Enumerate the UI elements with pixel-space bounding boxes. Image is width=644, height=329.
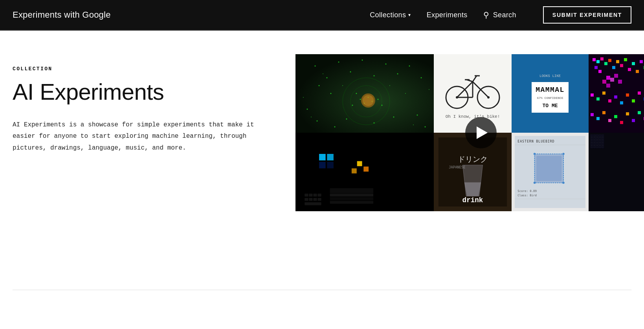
svg-point-34 <box>389 85 390 86</box>
looks-like-text: LOOKS LIKE <box>539 74 561 78</box>
svg-point-32 <box>323 73 323 74</box>
svg-rect-56 <box>604 62 607 65</box>
svg-point-13 <box>330 93 332 94</box>
pixels-container <box>589 54 644 133</box>
mammal-container: LOOKS LIKE MAMMAL 67% CONFIDENCE TO ME <box>512 54 589 133</box>
svg-rect-116 <box>305 194 308 196</box>
navbar: Experiments with Google Collections ▾ Ex… <box>0 0 644 31</box>
svg-point-12 <box>319 85 320 86</box>
svg-point-29 <box>352 105 353 106</box>
svg-rect-98 <box>606 76 610 80</box>
svg-point-10 <box>409 66 410 67</box>
svg-rect-55 <box>600 57 604 60</box>
svg-rect-113 <box>330 194 373 196</box>
svg-point-31 <box>363 95 374 106</box>
svg-point-5 <box>350 71 351 73</box>
svg-rect-120 <box>305 198 308 201</box>
svg-rect-117 <box>309 194 312 196</box>
svg-point-136 <box>534 182 536 184</box>
svg-rect-106 <box>327 154 334 161</box>
svg-point-36 <box>429 89 429 90</box>
svg-rect-92 <box>632 119 635 122</box>
svg-point-21 <box>425 126 426 128</box>
bicycle-caption: Oh I know, it's bike! <box>446 114 500 119</box>
nav-search-area[interactable]: ⚲ Search <box>483 10 516 20</box>
svg-point-33 <box>342 85 343 86</box>
nav-experiments-link[interactable]: Experiments <box>427 11 468 19</box>
svg-line-44 <box>457 82 473 97</box>
hero-section: COLLECTION AI Experiments AI Experiments… <box>0 31 644 290</box>
svg-point-27 <box>378 99 379 100</box>
svg-rect-57 <box>608 59 611 62</box>
hero-media: Oh I know, it's bike! LOOKS LIKE MAMMAL … <box>295 54 644 211</box>
collection-label: COLLECTION <box>13 66 272 72</box>
nav-search-label: Search <box>493 11 516 19</box>
svg-point-38 <box>311 117 312 117</box>
video-play-button[interactable] <box>465 117 497 148</box>
bluebird-container: EASTERN BLUEBIRD Score: 0.89 Clas <box>512 133 589 211</box>
svg-point-8 <box>385 64 387 65</box>
svg-rect-74 <box>596 97 600 101</box>
svg-point-9 <box>397 73 398 75</box>
svg-rect-59 <box>598 70 602 73</box>
grid-cell-pixels <box>589 54 644 133</box>
svg-text:JAPANESE: JAPANESE <box>449 165 465 169</box>
svg-rect-80 <box>632 99 635 102</box>
svg-rect-132 <box>536 156 561 181</box>
svg-rect-54 <box>596 60 600 63</box>
svg-point-4 <box>338 62 339 63</box>
svg-rect-121 <box>309 198 312 201</box>
particle-background <box>295 54 434 133</box>
svg-rect-123 <box>317 198 321 201</box>
submit-experiment-button[interactable]: SUBMIT EXPERIMENT <box>543 6 631 24</box>
svg-point-18 <box>374 122 375 124</box>
svg-point-28 <box>382 105 383 106</box>
nav-collections-link[interactable]: Collections ▾ <box>370 11 411 19</box>
svg-point-16 <box>334 126 336 128</box>
particles-svg <box>295 54 434 133</box>
svg-point-3 <box>327 77 328 79</box>
svg-rect-115 <box>330 201 373 204</box>
play-icon <box>477 126 488 139</box>
svg-point-6 <box>362 60 363 61</box>
svg-text:Class: Bird: Class: Bird <box>517 194 537 197</box>
svg-rect-109 <box>357 161 362 166</box>
svg-point-17 <box>346 119 347 120</box>
to-me-label: TO ME <box>536 102 564 110</box>
svg-rect-89 <box>614 115 617 118</box>
svg-rect-88 <box>608 119 611 122</box>
svg-rect-61 <box>616 60 619 63</box>
svg-rect-79 <box>626 93 629 97</box>
svg-rect-77 <box>614 95 617 99</box>
svg-point-20 <box>417 115 418 116</box>
mammal-text-box: MAMMAL 67% CONFIDENCE TO ME <box>532 82 568 113</box>
svg-point-22 <box>356 93 357 94</box>
svg-rect-118 <box>313 194 317 196</box>
nav-experiments-label: Experiments <box>427 11 468 19</box>
svg-rect-107 <box>319 162 326 168</box>
svg-rect-66 <box>636 70 639 73</box>
svg-rect-122 <box>313 198 317 201</box>
bluebird-svg: EASTERN BLUEBIRD Score: 0.89 Clas <box>515 136 585 208</box>
svg-rect-63 <box>624 58 627 61</box>
svg-rect-86 <box>596 117 600 120</box>
svg-rect-119 <box>317 194 321 196</box>
hero-text-area: COLLECTION AI Experiments AI Experiments… <box>13 54 272 154</box>
svg-rect-67 <box>640 60 643 63</box>
svg-rect-114 <box>330 197 373 200</box>
svg-rect-87 <box>602 111 605 114</box>
svg-point-137 <box>562 182 565 184</box>
site-logo[interactable]: Experiments with Google <box>13 10 111 20</box>
svg-rect-90 <box>620 121 623 124</box>
hero-description: AI Experiments is a showcase for simple … <box>13 119 256 154</box>
svg-rect-58 <box>594 66 598 69</box>
svg-rect-62 <box>620 64 623 67</box>
lines-svg <box>590 134 604 149</box>
svg-rect-60 <box>612 66 615 69</box>
nav-collections-label: Collections <box>370 11 406 19</box>
svg-rect-112 <box>330 188 373 193</box>
svg-point-35 <box>405 93 406 94</box>
svg-line-45 <box>473 82 488 97</box>
svg-rect-105 <box>319 154 326 161</box>
svg-rect-81 <box>638 91 641 95</box>
